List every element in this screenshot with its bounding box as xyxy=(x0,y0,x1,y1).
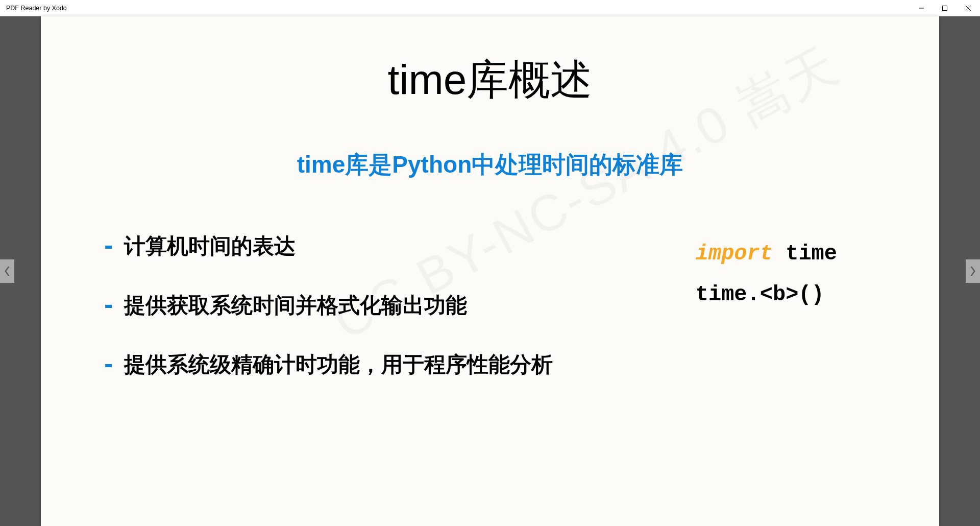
slide-title: time库概述 xyxy=(92,52,888,108)
pdf-page: CC BY-NC-SA 4.0 嵩天 time库概述 time库是Python中… xyxy=(41,16,939,526)
prev-page-button[interactable] xyxy=(0,259,14,283)
next-page-button[interactable] xyxy=(966,259,980,283)
svg-rect-0 xyxy=(943,6,947,10)
minimize-icon xyxy=(919,6,924,11)
code-line: time.<b>() xyxy=(696,275,837,316)
code-text: time.<b>() xyxy=(696,282,824,307)
bullet-marker: - xyxy=(102,352,115,377)
content-row: - 计算机时间的表达 - 提供获取系统时间并格式化输出功能 - 提供系统级精确计… xyxy=(92,232,888,410)
bullet-marker: - xyxy=(102,293,115,318)
bullet-text: 提供系统级精确计时功能，用于程序性能分析 xyxy=(124,350,553,379)
bullet-text: 提供获取系统时间并格式化输出功能 xyxy=(124,291,467,320)
minimize-button[interactable] xyxy=(910,0,933,16)
code-block: import time time.<b>() xyxy=(696,232,888,316)
close-icon xyxy=(966,6,971,11)
chevron-right-icon xyxy=(970,267,976,276)
code-text: time xyxy=(773,242,837,266)
pdf-viewer: CC BY-NC-SA 4.0 嵩天 time库概述 time库是Python中… xyxy=(0,16,980,526)
code-keyword: import xyxy=(696,242,773,266)
window-title: PDF Reader by Xodo xyxy=(6,5,67,12)
bullet-list: - 计算机时间的表达 - 提供获取系统时间并格式化输出功能 - 提供系统级精确计… xyxy=(92,232,675,410)
code-line: import time xyxy=(696,234,837,275)
chevron-left-icon xyxy=(4,267,10,276)
window-controls xyxy=(910,0,980,16)
bullet-text: 计算机时间的表达 xyxy=(124,232,296,260)
list-item: - 提供系统级精确计时功能，用于程序性能分析 xyxy=(102,350,675,379)
titlebar: PDF Reader by Xodo xyxy=(0,0,980,16)
bullet-marker: - xyxy=(102,233,115,258)
maximize-icon xyxy=(942,6,947,11)
list-item: - 计算机时间的表达 xyxy=(102,232,675,260)
maximize-button[interactable] xyxy=(933,0,957,16)
list-item: - 提供获取系统时间并格式化输出功能 xyxy=(102,291,675,320)
slide-subtitle: time库是Python中处理时间的标准库 xyxy=(92,149,888,181)
page-area: CC BY-NC-SA 4.0 嵩天 time库概述 time库是Python中… xyxy=(0,16,980,526)
close-button[interactable] xyxy=(957,0,980,16)
